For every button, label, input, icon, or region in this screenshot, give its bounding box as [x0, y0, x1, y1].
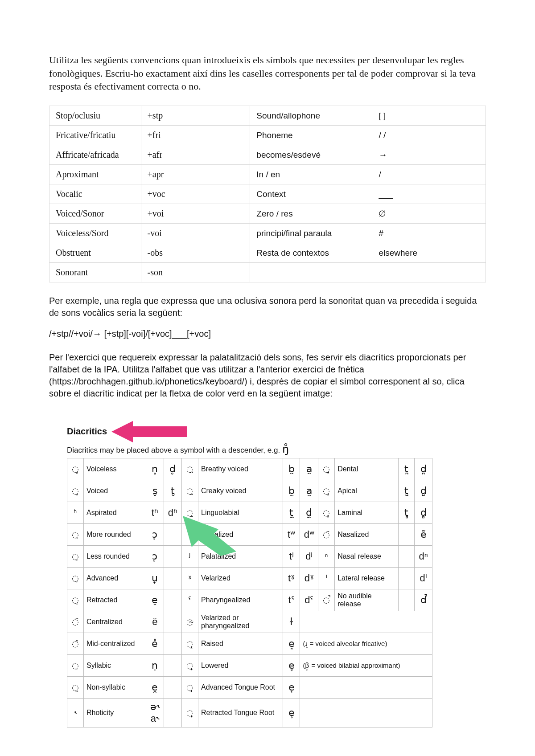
cell: becomes/esdevé [250, 145, 372, 165]
cell: ◌̰ [182, 480, 198, 502]
cell: ◌̚ [318, 589, 335, 611]
table-row: Sonorant-son [49, 263, 486, 282]
cell [164, 699, 181, 727]
cell [300, 677, 432, 699]
cell: More rounded [83, 524, 146, 546]
diacritics-subtitle: Diacritics may be placed above a symbol … [67, 443, 432, 455]
table-row: Voiced/Sonor+voiZero / res∅ [49, 204, 486, 224]
cell: ◌̪ [318, 458, 335, 480]
cell: ʰ [67, 502, 84, 524]
svg-marker-0 [111, 421, 187, 442]
cell: No audible release [335, 589, 399, 611]
table-row: ◌̬Voiceds̬t̬◌̰Creaky voicedb̰a̰◌̺Apicalt… [67, 480, 432, 502]
table-row: ◌̩Syllabicn̩◌̞Lowerede̞(β̞ = voiced bila… [67, 655, 432, 677]
cell [250, 263, 372, 282]
cell: +fri [141, 126, 250, 145]
cell: Retracted [83, 589, 146, 611]
cell: d̪ [415, 458, 432, 480]
intro-paragraph: Utilitza les següents convencions quan i… [49, 53, 486, 93]
cell: ◌̜ [67, 546, 84, 568]
cell: Raised [198, 633, 283, 655]
cell: +apr [141, 165, 250, 184]
cell: +voc [141, 184, 250, 204]
cell: ◌̽ [67, 633, 84, 655]
cell: Creaky voiced [198, 480, 283, 502]
cell: Context [250, 184, 372, 204]
cell [164, 633, 181, 655]
table-row: Affricate/africada+afrbecomes/esdevé→ [49, 145, 486, 165]
cell: dʷ [300, 524, 318, 546]
table-row: ˞Rhoticityə˞ a˞◌̙Retracted Tongue Roote̙ [67, 699, 432, 727]
table-row: ◌̯Non-syllabice̯◌̘Advanced Tongue Roote̘ [67, 677, 432, 699]
cell: ◌̴ [182, 611, 198, 633]
cell: ◌̟ [67, 568, 84, 589]
cell: elsewhere [372, 243, 486, 263]
cell [164, 655, 181, 677]
pink-arrow-icon [111, 418, 187, 445]
cell: ◌̼ [182, 502, 198, 524]
cell: t̪ [399, 458, 415, 480]
cell: ◌̞ [182, 655, 198, 677]
cell: t̻ [399, 502, 415, 524]
cell: Velarized or pharyngealized [198, 611, 283, 633]
cell: Sonorant [49, 263, 141, 282]
cell: Aspirated [83, 502, 146, 524]
cell: Syllabic [83, 655, 146, 677]
cell: +stp [141, 106, 250, 126]
cell: Velarized [198, 568, 283, 589]
cell [300, 611, 432, 633]
cell: n̩ [146, 655, 164, 677]
cell: ◌̺ [318, 480, 335, 502]
cell: ◌̥ [67, 458, 84, 480]
cell: ʲ [182, 546, 198, 568]
cell: Dental [335, 458, 399, 480]
cell [164, 568, 181, 589]
cell: e̯ [146, 677, 164, 699]
note-cell: (ɹ̝ = voiced alveolar fricative) [300, 633, 432, 655]
cell: ˞ [67, 699, 84, 727]
cell: principi/final paraula [250, 224, 372, 243]
cell: d̻ [415, 502, 432, 524]
cell: dʲ [300, 546, 318, 568]
cell: ˤ [182, 589, 198, 611]
cell: Fricative/fricatiu [49, 126, 141, 145]
cell: Advanced Tongue Root [198, 677, 283, 699]
cell: Nasalized [335, 524, 399, 546]
cell: Retracted Tongue Root [198, 699, 283, 727]
cell: Less rounded [83, 546, 146, 568]
cell: ◌̬ [67, 480, 84, 502]
cell [399, 568, 415, 589]
cell: Stop/oclusiu [49, 106, 141, 126]
cell: n̥ [146, 458, 164, 480]
cell: ◌̈ [67, 611, 84, 633]
cell: ɔ̹ [146, 524, 164, 546]
cell: Zero / res [250, 204, 372, 224]
table-row: ◌̽Mid-centralizede̽◌̝Raisede̝(ɹ̝ = voice… [67, 633, 432, 655]
cell: t̺ [399, 480, 415, 502]
cell: u̟ [146, 568, 164, 589]
cell: a̤ [300, 458, 318, 480]
cell: ___ [372, 184, 486, 204]
table-row: Aproximant+aprIn / en/ [49, 165, 486, 184]
cell: Nasal release [335, 546, 399, 568]
cell: Affricate/africada [49, 145, 141, 165]
cell: ẽ [415, 524, 432, 546]
cell: dⁿ [415, 546, 432, 568]
cell: -son [141, 263, 250, 282]
cell: ◌̙ [182, 699, 198, 727]
cell [399, 546, 415, 568]
cell: Breathy voiced [198, 458, 283, 480]
cell: d̥ [164, 458, 181, 480]
cell: Palatalized [198, 546, 283, 568]
table-row: Vocalic+vocContext___ [49, 184, 486, 204]
cell: ə˞ a˞ [146, 699, 164, 727]
cell: dˤ [300, 589, 318, 611]
cell: / [372, 165, 486, 184]
cell: tˤ [283, 589, 300, 611]
cell [164, 677, 181, 699]
cell: Voiceless/Sord [49, 224, 141, 243]
cell: e̽ [146, 633, 164, 655]
cell: → [372, 145, 486, 165]
cell: ◌̻ [318, 502, 335, 524]
cell: e̘ [283, 677, 300, 699]
